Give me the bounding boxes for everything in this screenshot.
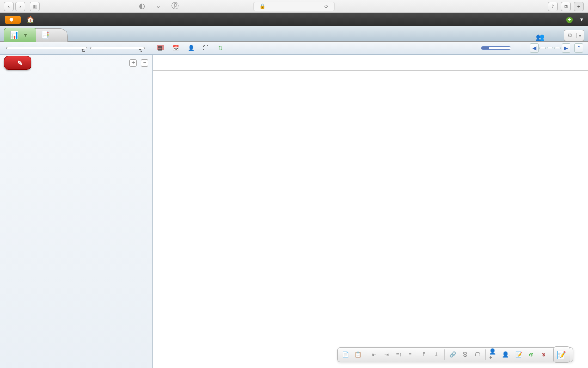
remove-user-icon[interactable]: 👤- [502, 350, 511, 359]
screen-icon[interactable]: 🖵 [473, 350, 482, 359]
bottom-toolbar: 📄 📋 ⇤ ⇥ ≡↑ ≡↓ ⤒ ⤓ 🔗 ⛓ 🖵 👤+ 👤- 📝 ⊕ ⊗ 📝 [337, 347, 573, 362]
pocket-icon[interactable]: ⌄ [155, 1, 161, 11]
link-icon[interactable]: 🔗 [448, 350, 457, 359]
settings-button[interactable]: ⚙ ▾ [564, 30, 584, 41]
page-icon: 📑 [41, 31, 49, 39]
pinterest-icon[interactable]: ⓟ [172, 1, 179, 11]
view-period[interactable] [503, 47, 511, 49]
delete-icon[interactable]: ⊗ [539, 350, 548, 359]
collapse-all-button[interactable]: － [141, 59, 148, 67]
breadcrumb-location[interactable]: 🏠 [26, 16, 34, 23]
move-up-icon[interactable]: ≡↑ [394, 350, 404, 359]
brabio-logo[interactable]: ⊕ [5, 16, 21, 24]
back-button[interactable]: ‹ [4, 2, 14, 11]
tab-row: 📊 ▾ 📑 👥 ⚙ ▾ [0, 26, 588, 42]
new-tab-button[interactable]: + [574, 2, 584, 11]
chevron-down-icon[interactable]: ▾ [24, 32, 27, 37]
gear-icon: ⚙ [567, 32, 573, 39]
io-button[interactable]: ⇅ [218, 45, 226, 51]
indent-icon[interactable]: ⇥ [382, 350, 391, 359]
side-panel: ✎ ＋ － [0, 55, 153, 368]
lock-icon: 🔒 [259, 3, 266, 9]
view-segment[interactable] [481, 46, 511, 50]
next-month[interactable] [554, 47, 561, 49]
gantt-chart: 📄 📋 ⇤ ⇥ ≡↑ ≡↓ ⤒ ⤓ 🔗 ⛓ 🖵 👤+ 👤- 📝 ⊕ ⊗ 📝 [153, 55, 588, 368]
note-icon[interactable]: 📝 [514, 350, 523, 359]
date-nav: ◀ ▶ ⌃ [530, 43, 583, 53]
project-tab[interactable]: 📊 ▾ [4, 28, 37, 42]
reader-icon[interactable]: ◐ [139, 1, 145, 11]
progress-filter[interactable] [90, 47, 145, 49]
share-link[interactable]: 👥 [536, 33, 546, 41]
unlink-icon[interactable]: ⛓ [460, 350, 470, 359]
app-header: ⊕ 🏠 + ▾ [0, 13, 588, 26]
reload-icon[interactable]: ⟳ [324, 3, 329, 10]
gantt-body[interactable] [153, 71, 588, 368]
add-user-icon[interactable]: 👤+ [489, 350, 498, 359]
address-bar[interactable]: 🔒 ⟳ [253, 2, 335, 11]
timeline-header [153, 55, 588, 71]
new-file-icon[interactable]: 📄 [341, 350, 350, 359]
member-filter[interactable] [6, 47, 87, 49]
edit-mode-button[interactable]: ✎ [4, 56, 31, 70]
copy-icon[interactable]: 📋 [353, 350, 362, 359]
top-page-tab[interactable]: 📑 [36, 28, 68, 42]
promote-icon[interactable]: ⤒ [419, 350, 429, 359]
view-week[interactable] [489, 47, 496, 49]
sidebar-button[interactable]: ▥ [30, 2, 40, 11]
prev-month[interactable] [539, 47, 546, 49]
prev-arrow[interactable]: ◀ [530, 43, 539, 53]
this-month[interactable] [547, 47, 553, 49]
chevron-down-icon[interactable]: ▾ [576, 33, 581, 38]
move-down-icon[interactable]: ≡↓ [407, 350, 416, 359]
month-july [153, 55, 478, 62]
people-icon: 👥 [536, 33, 545, 41]
share-button[interactable]: ⤴ [548, 2, 558, 11]
chart-view-button[interactable]: ▤ [157, 45, 165, 51]
user-menu[interactable]: ▾ [580, 16, 583, 23]
collapse-arrow[interactable]: ⌃ [574, 43, 583, 53]
view-month[interactable] [496, 47, 503, 49]
add-icon[interactable]: ⊕ [527, 350, 536, 359]
demote-icon[interactable]: ⤓ [432, 350, 441, 359]
tabs-button[interactable]: ⧉ [561, 2, 571, 11]
next-arrow[interactable]: ▶ [562, 43, 570, 53]
assign-view-button[interactable]: 👤 [188, 45, 196, 51]
pencil-icon: ✎ [17, 59, 23, 67]
body: ✎ ＋ － 📄 📋 ⇤ ⇥ ≡↑ ≡↓ [0, 55, 588, 368]
create-group-button[interactable]: + [566, 16, 575, 23]
day-row [153, 62, 588, 71]
forward-button[interactable]: › [15, 2, 25, 11]
month-august [478, 55, 588, 62]
expand-all-button[interactable]: ＋ [129, 59, 137, 67]
browser-chrome: ‹ › ▥ ◐ ⌄ ⓟ 🔒 ⟳ ⤴ ⧉ + [0, 0, 588, 13]
task-tree [0, 71, 152, 368]
view-day[interactable] [481, 47, 489, 49]
project-icon: 📊 [10, 31, 19, 39]
outdent-icon[interactable]: ⇤ [369, 350, 379, 359]
calendar-view-button[interactable]: 📅 [172, 45, 180, 51]
toolbar-row: ▤ 📅 👤 ⛶ ⇅ ◀ ▶ ⌃ [0, 42, 588, 55]
edit-button-large[interactable]: 📝 [553, 346, 570, 363]
fullscreen-button[interactable]: ⛶ [203, 45, 211, 51]
